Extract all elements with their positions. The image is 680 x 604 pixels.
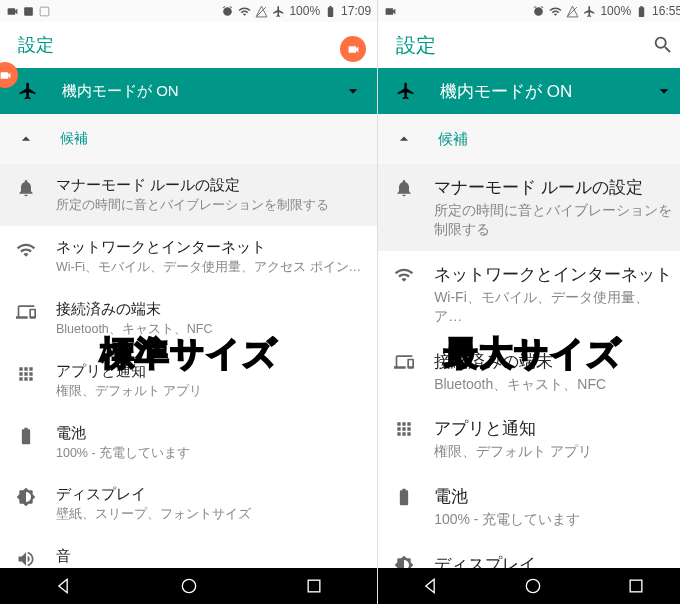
- clock: 17:09: [341, 4, 371, 18]
- wifi-status-icon: [549, 5, 562, 18]
- row-subtitle: Bluetooth、キャスト、NFC: [56, 321, 361, 338]
- wifi-icon: [16, 240, 36, 260]
- back-button[interactable]: [420, 576, 440, 596]
- row-subtitle: 所定の時間に音とバイブレーションを制限する: [56, 197, 361, 214]
- no-signal-icon: [255, 5, 268, 18]
- row-title: 接続済みの端末: [434, 350, 672, 373]
- page-title: 設定: [18, 33, 341, 57]
- home-button[interactable]: [523, 576, 543, 596]
- app-bar: 設定: [378, 22, 680, 68]
- row-title: ディスプレイ: [434, 553, 672, 568]
- battery-pct: 100%: [289, 4, 320, 18]
- nav-bar: [0, 568, 377, 604]
- settings-row-display[interactable]: ディスプレイ壁紙、スリープ、フォントサイズ: [0, 473, 377, 535]
- wifi-status-icon: [238, 5, 251, 18]
- settings-row-battery[interactable]: 電池100% - 充電しています: [378, 473, 680, 541]
- settings-row-wifi[interactable]: ネットワークとインターネットWi-Fi、モバイル、データ使用量、アクセス ポイン…: [0, 226, 377, 288]
- settings-row-devices[interactable]: 接続済みの端末Bluetooth、キャスト、NFC: [0, 288, 377, 350]
- row-subtitle: 権限、デフォルト アプリ: [56, 383, 361, 400]
- row-title: 音: [56, 547, 361, 566]
- battery-icon: [324, 5, 337, 18]
- chevron-down-icon: [654, 81, 674, 101]
- settings-row-battery[interactable]: 電池100% - 充電しています: [0, 412, 377, 474]
- row-title: マナーモード ルールの設定: [434, 176, 672, 199]
- apps-icon: [394, 419, 414, 439]
- suggestions-header[interactable]: 候補: [0, 114, 377, 164]
- row-title: アプリと通知: [56, 362, 361, 381]
- row-title: ディスプレイ: [56, 485, 361, 504]
- battery-icon: [394, 487, 414, 507]
- recent-button[interactable]: [304, 576, 324, 596]
- row-title: 電池: [434, 485, 672, 508]
- apps-icon: [16, 364, 36, 384]
- no-signal-icon: [566, 5, 579, 18]
- settings-row-apps[interactable]: アプリと通知権限、デフォルト アプリ: [378, 405, 680, 473]
- settings-row-bell[interactable]: マナーモード ルールの設定所定の時間に音とバイブレーションを制限する: [378, 164, 680, 251]
- banner-text: 機内モードが ON: [440, 80, 654, 103]
- clock: 16:55: [652, 4, 680, 18]
- app-bar: 設定: [0, 22, 377, 68]
- back-button[interactable]: [53, 576, 73, 596]
- camera-icon: [384, 5, 397, 18]
- alarm-icon: [221, 5, 234, 18]
- row-title: ネットワークとインターネット: [56, 238, 361, 257]
- camera-icon: [6, 5, 19, 18]
- row-subtitle: Wi-Fi、モバイル、データ使用量、アクセス ポイン…: [56, 259, 361, 276]
- airplane-status-icon: [583, 5, 596, 18]
- row-subtitle: 100% - 充電しています: [56, 445, 361, 462]
- home-button[interactable]: [179, 576, 199, 596]
- row-subtitle: Wi-Fi、モバイル、データ使用量、ア…: [434, 288, 672, 326]
- section-title: 候補: [60, 130, 88, 148]
- status-bar: 100% 17:09: [0, 0, 377, 22]
- chevron-up-icon: [394, 129, 414, 149]
- phone-left: 100% 17:09 設定 機内モードが ON 候補 マナーモード ルールの設定…: [0, 0, 377, 604]
- comparison-container: 100% 17:09 設定 機内モードが ON 候補 マナーモード ルールの設定…: [0, 0, 680, 604]
- row-title: 電池: [56, 424, 361, 443]
- devices-icon: [16, 302, 36, 322]
- recent-button[interactable]: [626, 576, 646, 596]
- battery-icon: [635, 5, 648, 18]
- nav-bar: [378, 568, 680, 604]
- page-title: 設定: [396, 32, 652, 59]
- section-title: 候補: [438, 130, 468, 149]
- settings-row-apps[interactable]: アプリと通知権限、デフォルト アプリ: [0, 350, 377, 412]
- dropbox-icon: [22, 5, 35, 18]
- devices-icon: [394, 352, 414, 372]
- airplane-status-icon: [272, 5, 285, 18]
- settings-list[interactable]: マナーモード ルールの設定所定の時間に音とバイブレーションを制限するネットワーク…: [0, 164, 377, 568]
- row-subtitle: 所定の時間に音とバイブレーションを制限する: [434, 201, 672, 239]
- settings-row-display[interactable]: ディスプレイ壁紙、スリープ、フォントサイズ: [378, 541, 680, 568]
- chevron-up-icon: [16, 129, 36, 149]
- row-title: アプリと通知: [434, 417, 672, 440]
- chevron-down-icon: [343, 81, 363, 101]
- airplane-banner[interactable]: 機内モードが ON: [378, 68, 680, 114]
- settings-row-sound[interactable]: 音音量、バイブレーション、マナーモード: [0, 535, 377, 568]
- row-subtitle: 壁紙、スリープ、フォントサイズ: [56, 506, 361, 523]
- row-subtitle: 権限、デフォルト アプリ: [434, 442, 672, 461]
- airplane-banner[interactable]: 機内モードが ON: [0, 68, 377, 114]
- record-badge-icon[interactable]: [340, 36, 366, 62]
- display-icon: [16, 487, 36, 507]
- display-icon: [394, 555, 414, 568]
- search-icon[interactable]: [652, 34, 674, 56]
- banner-text: 機内モードが ON: [62, 82, 343, 101]
- settings-row-wifi[interactable]: ネットワークとインターネットWi-Fi、モバイル、データ使用量、ア…: [378, 251, 680, 338]
- row-title: ネットワークとインターネット: [434, 263, 672, 286]
- bell-icon: [16, 178, 36, 198]
- row-title: 接続済みの端末: [56, 300, 361, 319]
- settings-row-bell[interactable]: マナーモード ルールの設定所定の時間に音とバイブレーションを制限する: [0, 164, 377, 226]
- settings-row-devices[interactable]: 接続済みの端末Bluetooth、キャスト、NFC: [378, 338, 680, 406]
- wifi-icon: [394, 265, 414, 285]
- status-bar: 100% 16:55: [378, 0, 680, 22]
- suggestions-header[interactable]: 候補: [378, 114, 680, 164]
- row-subtitle: Bluetooth、キャスト、NFC: [434, 375, 672, 394]
- row-subtitle: 100% - 充電しています: [434, 510, 672, 529]
- settings-list[interactable]: マナーモード ルールの設定所定の時間に音とバイブレーションを制限するネットワーク…: [378, 164, 680, 568]
- notif-icon: [38, 5, 51, 18]
- bell-icon: [394, 178, 414, 198]
- battery-pct: 100%: [600, 4, 631, 18]
- sound-icon: [16, 549, 36, 568]
- row-title: マナーモード ルールの設定: [56, 176, 361, 195]
- phone-right: 100% 16:55 設定 機内モードが ON 候補 マナーモード ルールの設定…: [377, 0, 680, 604]
- alarm-icon: [532, 5, 545, 18]
